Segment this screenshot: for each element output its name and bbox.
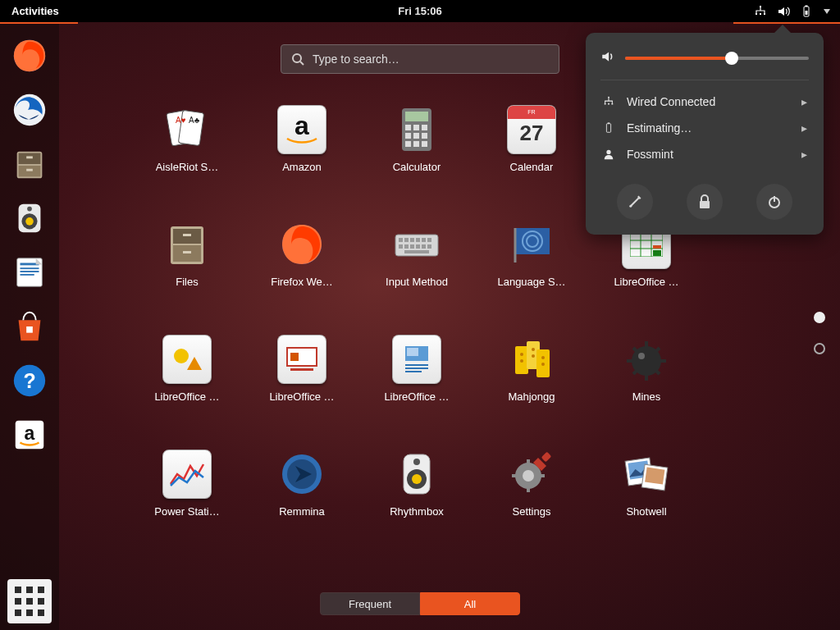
svg-rect-84 <box>405 368 428 369</box>
network-indicator-icon[interactable] <box>753 4 768 19</box>
svg-rect-74 <box>653 245 661 249</box>
show-applications-button[interactable] <box>7 579 52 623</box>
svg-point-16 <box>25 217 34 226</box>
app-amazon[interactable]: a Amazon <box>244 105 359 220</box>
svg-point-93 <box>541 356 545 359</box>
app-files[interactable]: Files <box>130 220 244 335</box>
app-libreoffice-impress[interactable]: LibreOffice … <box>244 335 359 450</box>
app-firefox[interactable]: Firefox We… <box>244 220 359 335</box>
volume-slider-fill <box>625 57 732 60</box>
system-menu-toggle-icon[interactable] <box>824 9 830 14</box>
battery-indicator-icon[interactable] <box>799 4 814 19</box>
firefox-icon <box>277 220 326 269</box>
svg-marker-77 <box>187 357 202 370</box>
app-label: AisleRiot S… <box>156 161 219 173</box>
app-label: LibreOffice … <box>614 276 678 288</box>
dock-app-firefox[interactable] <box>7 34 52 78</box>
page-dot-1[interactable] <box>814 312 825 323</box>
app-label: Language S… <box>497 276 565 288</box>
app-libreoffice-draw[interactable]: LibreOffice … <box>130 335 244 450</box>
app-libreoffice-writer[interactable]: LibreOffice … <box>359 335 474 450</box>
remmina-icon <box>277 450 326 499</box>
app-libreoffice-calc[interactable]: LibreOffice … <box>589 220 704 335</box>
dock-app-files[interactable] <box>7 142 52 186</box>
svg-rect-80 <box>290 368 313 371</box>
app-mahjongg[interactable]: Mahjongg <box>474 335 589 450</box>
volume-indicator-icon[interactable] <box>776 4 791 19</box>
app-calculator[interactable]: Calculator <box>359 105 474 220</box>
svg-point-28 <box>293 54 301 62</box>
photos-icon <box>622 450 671 499</box>
svg-point-91 <box>532 348 535 351</box>
volume-slider-thumb[interactable] <box>725 52 738 65</box>
dock-app-amazon[interactable]: a <box>7 413 52 457</box>
svg-rect-0 <box>760 6 761 7</box>
app-shotwell[interactable]: Shotwell <box>589 450 704 564</box>
systray-highlight <box>733 22 840 24</box>
svg-rect-121 <box>612 103 614 105</box>
svg-rect-23 <box>26 326 33 333</box>
svg-rect-59 <box>404 244 409 249</box>
svg-point-124 <box>606 150 610 154</box>
dock-app-libreoffice-writer[interactable] <box>7 250 52 294</box>
svg-point-100 <box>638 353 645 359</box>
app-label: Rhythmbox <box>390 505 444 518</box>
svg-point-108 <box>523 470 534 482</box>
tab-all[interactable]: All <box>420 592 520 615</box>
dock: ? a <box>0 24 59 630</box>
app-mines[interactable]: Mines <box>589 335 704 450</box>
menu-item-label: Estimating… <box>627 121 692 135</box>
svg-rect-3 <box>764 13 765 15</box>
svg-rect-85 <box>405 371 422 372</box>
chevron-right-icon: ▸ <box>801 148 807 161</box>
app-label: Files <box>176 276 198 288</box>
app-calendar[interactable]: FR27 Calendar <box>474 105 589 220</box>
svg-rect-48 <box>183 234 191 236</box>
svg-rect-39 <box>405 133 411 139</box>
svg-rect-58 <box>399 244 403 249</box>
app-language-support[interactable]: Language S… <box>474 220 589 335</box>
svg-rect-110 <box>527 486 530 492</box>
svg-point-89 <box>520 353 523 356</box>
activities-button[interactable]: Activities <box>7 3 64 19</box>
clock[interactable]: Fri 15:06 <box>398 5 441 17</box>
power-action-button[interactable] <box>756 184 792 220</box>
app-settings[interactable]: Settings <box>474 450 589 564</box>
svg-rect-56 <box>422 238 426 242</box>
document-icon <box>11 253 48 291</box>
app-label: Calculator <box>393 161 441 173</box>
svg-rect-2 <box>760 13 761 15</box>
menu-item-network[interactable]: Wired Connected ▸ <box>600 89 809 115</box>
menu-item-battery[interactable]: Estimating… ▸ <box>600 115 809 141</box>
page-dot-2[interactable] <box>814 343 825 354</box>
file-cabinet-icon <box>11 145 48 183</box>
tab-frequent[interactable]: Frequent <box>320 592 420 615</box>
svg-line-29 <box>300 62 304 65</box>
settings-action-button[interactable] <box>617 184 653 220</box>
menu-item-label: Fossmint <box>627 148 673 161</box>
app-aisleriot[interactable]: A♥A♣ AisleRiot S… <box>130 105 244 220</box>
dock-app-ubuntu-software[interactable] <box>7 304 52 349</box>
svg-rect-120 <box>608 103 609 105</box>
menu-item-user[interactable]: Fossmint ▸ <box>600 141 809 167</box>
svg-text:?: ? <box>23 369 35 392</box>
user-icon <box>602 148 615 160</box>
dock-app-help[interactable]: ? <box>7 358 52 403</box>
svg-rect-38 <box>422 125 427 130</box>
svg-rect-6 <box>806 11 808 15</box>
volume-slider[interactable] <box>625 57 809 60</box>
svg-rect-63 <box>427 244 431 249</box>
battery-icon <box>602 122 615 134</box>
app-rhythmbox[interactable]: Rhythmbox <box>359 450 474 564</box>
app-input-method[interactable]: Input Method <box>359 220 474 335</box>
dock-app-rhythmbox[interactable] <box>7 196 52 240</box>
app-remmina[interactable]: Remmina <box>244 450 359 564</box>
search-input[interactable]: Type to search… <box>281 44 559 74</box>
svg-rect-41 <box>422 133 427 139</box>
dock-app-thunderbird[interactable] <box>7 88 52 132</box>
search-placeholder: Type to search… <box>313 52 399 66</box>
svg-rect-42 <box>405 141 411 147</box>
app-power-statistics[interactable]: Power Stati… <box>130 450 244 564</box>
lock-action-button[interactable] <box>687 184 723 220</box>
view-tabs: Frequent All <box>320 592 520 615</box>
